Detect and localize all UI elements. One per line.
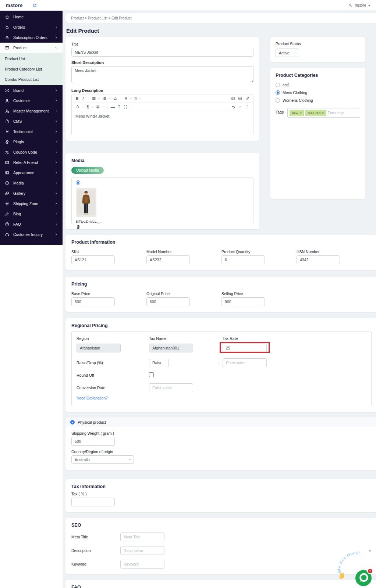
long-description-editor-body[interactable]: Mens Winter Jacket. [72, 111, 253, 135]
tags-input[interactable] [328, 111, 358, 115]
sidebar-item-faq[interactable]: FAQ [0, 219, 63, 229]
sidebar-item-appearance[interactable]: Appearance [0, 168, 63, 178]
tax-percent-input[interactable] [71, 498, 115, 506]
sidebar-item-subscription-orders[interactable]: Subscription Orders [0, 32, 63, 43]
card-icon [5, 160, 10, 165]
alignment-button[interactable] [95, 104, 101, 110]
sidebar-item-home[interactable]: Home [0, 12, 63, 22]
sidebar-item-product[interactable]: Product [0, 43, 63, 53]
bold-button[interactable]: B [74, 95, 80, 102]
sidebar-item-testimonial[interactable]: Testimonial [0, 126, 63, 137]
category-option-mens-clothing[interactable]: Mens Clothing [276, 90, 360, 95]
page-title: Edit Product [66, 28, 376, 34]
radio-unchecked-icon[interactable] [276, 98, 280, 103]
tax-rate-input[interactable] [223, 344, 267, 352]
user-icon [348, 3, 352, 7]
media-thumbnail[interactable] [76, 188, 249, 218]
numbered-list-button[interactable] [101, 95, 108, 102]
selling-price-input[interactable] [221, 297, 265, 306]
physical-product-radio[interactable] [70, 420, 75, 424]
sidebar-item-label: Testimonial [13, 129, 52, 134]
insert-table-button[interactable] [237, 95, 244, 102]
sidebar-item-label: Brand [13, 88, 52, 93]
radio-unchecked-icon[interactable] [276, 83, 280, 87]
external-link-icon[interactable] [32, 3, 37, 8]
bullet-list-button[interactable] [91, 95, 97, 102]
sidebar-item-refer-a-friend[interactable]: Refer A Friend [0, 157, 63, 168]
raise-drop-value-input[interactable] [223, 358, 267, 367]
italic-button[interactable]: I [80, 95, 86, 102]
media-selected-radio[interactable] [76, 180, 80, 185]
gallery-icon [5, 191, 10, 196]
tags-input-box[interactable]: new×featured× [287, 108, 360, 118]
sidebar-subitem-combo-product-list[interactable]: Combo Product List [0, 74, 63, 85]
chat-bubble-icon[interactable]: 1 [355, 570, 372, 587]
category-option-cat1[interactable]: cat1 [276, 83, 360, 87]
category-option-womens-clothing[interactable]: Womens Clothing [276, 98, 360, 103]
font-color-button[interactable]: A [123, 95, 129, 102]
fullscreen-button[interactable] [122, 104, 129, 110]
redo-button[interactable] [237, 104, 244, 110]
sidebar-item-customer[interactable]: Customer [0, 96, 63, 106]
sidebar-item-orders[interactable]: Orders [0, 22, 63, 32]
eraser-button[interactable] [112, 95, 118, 102]
sidebar-item-brand[interactable]: Brand [0, 85, 63, 96]
text-highlight-button[interactable] [74, 104, 81, 110]
short-description-textarea[interactable]: Mens Jacket. [71, 66, 253, 83]
chevron-right-icon [55, 171, 58, 174]
need-explanation-link[interactable]: Need Explanation? [77, 396, 108, 400]
remove-tag-icon[interactable]: × [300, 111, 302, 115]
sidebar-item-master-management[interactable]: Master Management [0, 106, 63, 116]
paragraph-button[interactable]: ¶ [85, 104, 91, 110]
user-menu[interactable]: mstore ▾ [348, 3, 370, 7]
sidebar-item-gallery[interactable]: Gallery [0, 188, 63, 198]
sidebar-item-label: Shipping Zone [13, 201, 52, 206]
brand-logo[interactable]: mstore [6, 3, 23, 8]
seo-input-meta-title[interactable] [120, 533, 164, 541]
physical-product-body: Shipping Weight ( gram ) Country/Region … [65, 427, 376, 470]
upload-media-button[interactable]: Upload Media [71, 167, 104, 174]
shipping-weight-input[interactable] [71, 437, 115, 446]
origin-select[interactable]: Australia [71, 455, 134, 464]
regional-pricing-box: Region Tax Name Tax Rate [71, 331, 372, 406]
sidebar-item-coupon-code[interactable]: Coupon Code [0, 147, 63, 157]
clear-formatting-button[interactable]: Ŧ [116, 104, 122, 110]
puzzle-icon [5, 140, 10, 144]
category-label: Womens Clothing [283, 98, 313, 103]
remove-tag-icon[interactable]: × [322, 111, 324, 115]
text-style-button[interactable]: Tl [133, 95, 138, 102]
sidebar-item-cms[interactable]: CMS [0, 116, 63, 126]
original-price-input[interactable] [146, 297, 190, 306]
sidebar-item-label: Product [13, 46, 52, 50]
product-status-select[interactable]: Active [276, 49, 299, 57]
product-quantity-input[interactable] [221, 255, 265, 264]
horizontal-rule-button[interactable]: — [110, 104, 116, 110]
conversion-rate-input[interactable] [149, 383, 193, 392]
insert-image-button[interactable] [230, 95, 237, 102]
sidebar-item-plugin[interactable]: Plugin [0, 137, 63, 147]
tag-chip: new× [290, 110, 304, 116]
undo-button[interactable] [230, 104, 237, 110]
sidebar-subitem-product-list[interactable]: Product List [0, 54, 63, 64]
sidebar-item-blog[interactable]: Blog [0, 209, 63, 219]
sidebar-item-customer-inquiry[interactable]: Customer Inquiry [0, 229, 63, 240]
sidebar-item-label: Refer A Friend [13, 160, 52, 165]
base-price-input[interactable] [71, 297, 115, 306]
insert-link-button[interactable] [244, 95, 251, 102]
radio-checked-icon[interactable] [276, 90, 280, 95]
seo-input-description[interactable] [120, 546, 164, 555]
trash-icon[interactable] [76, 225, 81, 229]
round-off-checkbox[interactable] [149, 372, 154, 377]
sidebar-item-shipping-zone[interactable]: Shipping Zone [0, 198, 63, 209]
model-number-input[interactable] [146, 255, 190, 264]
raise-drop-select[interactable]: Raise [149, 359, 169, 367]
sidebar-subitem-product-category-list[interactable]: Product Category List [0, 64, 63, 74]
title-input[interactable] [71, 48, 253, 57]
sidebar-item-media[interactable]: Media [0, 178, 63, 188]
seo-input-keyword[interactable] [120, 560, 164, 569]
sku-input[interactable] [71, 255, 115, 264]
tax-name-label: Tax Name [149, 336, 223, 341]
more-options-button[interactable] [244, 104, 251, 110]
sidebar-item-label: Plugin [13, 140, 52, 144]
hsn-number-input[interactable] [297, 255, 340, 264]
